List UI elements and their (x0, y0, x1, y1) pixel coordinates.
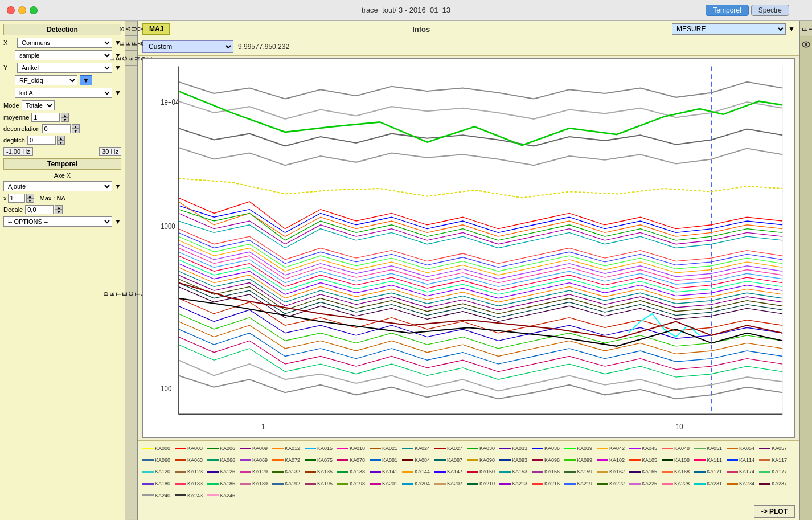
legend-color-swatch (272, 448, 284, 449)
legend-item-label: KA138 (350, 469, 365, 474)
legend-item-label: KA069 (252, 457, 268, 463)
legend-item: KA096 (532, 455, 563, 466)
effa-button[interactable]: EFFA (125, 35, 137, 50)
y-select[interactable]: Anikel (17, 63, 112, 73)
legend-item-label: KA120 (155, 469, 170, 474)
legend-color-swatch (175, 459, 186, 461)
legend-item-label: KA090 (479, 457, 495, 463)
legend-item: KA048 (662, 443, 693, 454)
x-select[interactable]: Communs (17, 38, 112, 48)
svg-text:1e+04: 1e+04 (161, 97, 179, 107)
custom-row: Custom 9.99577,950.232 (138, 38, 799, 56)
side-buttons-left: SAUV EFFA LEGENDE DETECTION (125, 21, 138, 520)
legend-item: KA144 (402, 466, 433, 477)
header-tabs: Temporel Spectre (706, 5, 789, 16)
options-select[interactable]: -- OPTIONS -- (3, 216, 112, 227)
sauv-button[interactable]: SAUV (125, 21, 137, 35)
legend-color-swatch (532, 483, 543, 485)
legend-color-swatch (142, 459, 154, 461)
legend-item: KA168 (662, 466, 693, 477)
legend-item: KA066 (207, 455, 239, 466)
maj-button[interactable]: MAJ (142, 23, 170, 35)
legend-color-swatch (207, 459, 219, 461)
legend-item-label: KA048 (674, 445, 690, 451)
y-sub1-btn[interactable]: ▼ (80, 75, 92, 85)
ajoute-row: Ajoute ▼ (3, 181, 121, 191)
x-mult-input[interactable] (8, 194, 25, 203)
legend-item-label: KA075 (317, 457, 333, 463)
legend-color-swatch (370, 448, 381, 449)
legend-color-swatch (662, 471, 673, 473)
decorrelation-up[interactable]: ▲ (72, 124, 80, 129)
legend-item: KA111 (694, 455, 725, 466)
ajoute-select[interactable]: Ajoute (3, 181, 112, 191)
legend-item-label: KA084 (415, 457, 430, 463)
legend-item: KA213 (499, 478, 531, 489)
y-sub1-row: RF_didq ▼ (3, 75, 121, 85)
legend-item-label: KA051 (707, 445, 722, 451)
legend-item: KA090 (467, 455, 498, 466)
deglitch-down[interactable]: ▼ (57, 140, 65, 145)
legend-item: KA027 (434, 443, 466, 454)
legend-item: KA060 (142, 455, 174, 466)
legend-item-label: KA093 (512, 457, 527, 463)
y-arrow: ▼ (114, 64, 121, 72)
plot-button[interactable]: -> PLOT (754, 505, 795, 518)
legende-button[interactable]: LEGENDE (125, 50, 137, 65)
minimize-button[interactable] (18, 6, 26, 14)
legend-item: KA201 (370, 478, 401, 489)
deglitch-input[interactable] (27, 136, 56, 145)
y-sub1-select[interactable]: RF_didq (15, 75, 77, 85)
legend-item: KA021 (370, 443, 401, 454)
legend-item-label: KA030 (479, 445, 495, 451)
legend-item-label: KA243 (187, 493, 203, 498)
decale-up[interactable]: ▲ (55, 205, 63, 210)
legend-color-swatch (370, 459, 381, 461)
eye-button[interactable] (800, 36, 812, 52)
fits-button[interactable]: FITS (800, 21, 812, 36)
decale-down[interactable]: ▼ (55, 210, 63, 214)
custom-select[interactable]: Custom (142, 40, 233, 53)
decorrelation-spinner: ▲ ▼ (42, 124, 80, 133)
legend-item: KA114 (727, 455, 758, 466)
legend-item-label: KA123 (187, 469, 203, 474)
legend-color-swatch (434, 483, 446, 485)
deglitch-up[interactable]: ▲ (57, 136, 65, 140)
moyenne-down[interactable]: ▼ (61, 117, 69, 122)
legend-item: KA159 (564, 466, 596, 477)
x-mult-up[interactable]: ▲ (26, 194, 34, 198)
moyenne-spinner-btns: ▲ ▼ (61, 113, 69, 122)
legend-item-label: KA168 (674, 469, 690, 474)
legend-item-label: KA117 (772, 457, 787, 463)
legend-color-swatch (532, 448, 543, 449)
decale-label: Decale (3, 206, 23, 213)
moyenne-up[interactable]: ▲ (61, 113, 69, 117)
maximize-button[interactable] (30, 6, 38, 14)
tab-spectre[interactable]: Spectre (751, 5, 789, 16)
decorrelation-input[interactable] (42, 124, 71, 133)
value-display: 9.99577,950.232 (238, 43, 289, 51)
mesure-select[interactable]: MESURE (672, 23, 786, 35)
close-button[interactable] (7, 6, 15, 14)
legend-item-label: KA234 (739, 481, 754, 486)
legend-item-label: KA147 (447, 469, 462, 474)
detection-button[interactable]: DETECTION (125, 65, 137, 520)
decale-input[interactable] (25, 205, 54, 214)
legend-color-swatch (337, 448, 348, 449)
tab-temporel[interactable]: Temporel (706, 5, 748, 16)
legend-item-label: KA141 (382, 469, 397, 474)
legend-color-swatch (337, 459, 348, 461)
decorrelation-down[interactable]: ▼ (72, 129, 80, 133)
temporel-label: Temporel (3, 158, 121, 170)
y-sub2-select[interactable]: kid A (15, 88, 112, 98)
legend-item: KA081 (370, 455, 401, 466)
legend-item: KA024 (402, 443, 433, 454)
moyenne-input[interactable] (31, 113, 60, 122)
legend-item-label: KA135 (317, 469, 333, 474)
x-mult-down[interactable]: ▼ (26, 198, 34, 203)
legend-color-swatch (240, 483, 251, 485)
mode-select[interactable]: Totale (22, 100, 55, 110)
legend-item-label: KA072 (285, 457, 300, 463)
legend-item-label: KA126 (220, 469, 235, 474)
x-sub-select[interactable]: sample (15, 50, 112, 60)
